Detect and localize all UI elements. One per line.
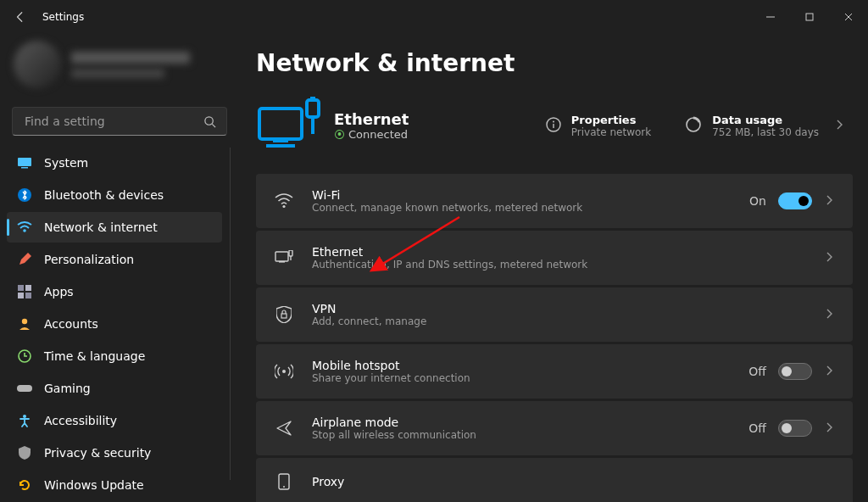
- row-subtitle: Share your internet connection: [312, 372, 470, 384]
- airplane-icon: [275, 419, 293, 438]
- airplane-toggle[interactable]: [778, 420, 812, 437]
- card-title: Properties: [571, 114, 651, 126]
- row-title: Mobile hotspot: [312, 359, 470, 372]
- svg-rect-14: [259, 109, 302, 139]
- sidebar-item-time-language[interactable]: Time & language: [7, 341, 222, 371]
- chevron-right-icon: [824, 251, 834, 265]
- accounts-icon: [17, 316, 32, 332]
- wifi-icon: [275, 192, 293, 210]
- hero-title: Ethernet: [334, 110, 409, 128]
- minimize-button[interactable]: [751, 0, 790, 34]
- svg-rect-6: [18, 285, 24, 291]
- maximize-button[interactable]: [790, 0, 829, 34]
- privacy-icon: [17, 445, 32, 460]
- row-subtitle: Connect, manage known networks, metered …: [312, 202, 582, 214]
- chevron-right-icon: [824, 308, 834, 321]
- sidebar-item-gaming[interactable]: Gaming: [7, 373, 222, 404]
- svg-rect-24: [275, 252, 288, 261]
- hero-status: ⦿Connected: [334, 128, 409, 141]
- sidebar-item-label: System: [44, 156, 88, 170]
- search-input[interactable]: [23, 114, 203, 129]
- window-controls: [751, 0, 868, 34]
- ethernet-hero-icon: [256, 96, 322, 155]
- sidebar-item-label: Gaming: [44, 382, 91, 395]
- proxy-icon: [275, 472, 293, 491]
- chevron-right-icon: [824, 194, 834, 208]
- bluetooth-icon: [17, 187, 32, 203]
- close-button[interactable]: [829, 0, 868, 34]
- toggle-state-label: Off: [748, 421, 766, 435]
- sidebar-item-bluetooth[interactable]: Bluetooth & devices: [7, 180, 222, 210]
- row-subtitle: Stop all wireless communication: [312, 429, 476, 441]
- sidebar-item-label: Accounts: [44, 317, 98, 331]
- sidebar-item-label: Apps: [44, 285, 74, 298]
- sidebar-item-personalization[interactable]: Personalization: [7, 244, 222, 275]
- apps-icon: [17, 284, 32, 299]
- sidebar-item-privacy[interactable]: Privacy & security: [7, 438, 222, 468]
- sidebar-item-label: Time & language: [44, 349, 145, 363]
- time-icon: [17, 349, 32, 364]
- sidebar-item-label: Privacy & security: [44, 446, 151, 460]
- svg-rect-27: [281, 314, 287, 318]
- network-status-hero: Ethernet ⦿Connected Properties Private n…: [256, 86, 853, 174]
- sidebar-item-windows-update[interactable]: Windows Update: [7, 470, 222, 500]
- system-icon: [17, 155, 32, 170]
- sidebar-item-apps[interactable]: Apps: [7, 276, 222, 307]
- user-account-button[interactable]: [7, 34, 232, 95]
- card-title: Data usage: [712, 114, 819, 126]
- back-button[interactable]: [7, 3, 34, 31]
- hotspot-toggle[interactable]: [778, 363, 812, 380]
- sidebar-item-system[interactable]: System: [7, 148, 222, 178]
- settings-row-vpn[interactable]: VPN Add, connect, manage: [256, 287, 853, 342]
- properties-card[interactable]: Properties Private network: [546, 114, 651, 138]
- personalization-icon: [17, 252, 32, 267]
- svg-rect-17: [307, 100, 319, 117]
- window-title: Settings: [42, 11, 84, 23]
- svg-rect-25: [279, 261, 285, 263]
- settings-row-airplane-mode[interactable]: Airplane mode Stop all wireless communic…: [256, 401, 853, 455]
- row-title: Airplane mode: [312, 416, 476, 429]
- info-icon: [546, 117, 561, 135]
- svg-rect-8: [18, 293, 24, 298]
- settings-row-ethernet[interactable]: Ethernet Authentication, IP and DNS sett…: [256, 231, 853, 285]
- sidebar: System Bluetooth & devices Network & int…: [0, 34, 239, 502]
- page-title: Network & internet: [256, 49, 853, 77]
- title-bar: Settings: [0, 0, 868, 34]
- data-usage-card[interactable]: Data usage 752 MB, last 30 days: [685, 114, 844, 138]
- vpn-icon: [275, 305, 293, 324]
- search-box[interactable]: [12, 107, 227, 136]
- toggle-state-label: Off: [748, 365, 766, 378]
- svg-rect-26: [289, 250, 292, 256]
- row-title: Ethernet: [312, 245, 587, 259]
- user-email: [71, 69, 164, 78]
- settings-row-wifi[interactable]: Wi-Fi Connect, manage known networks, me…: [256, 174, 853, 228]
- chevron-right-icon: [824, 421, 834, 435]
- chevron-right-icon: [824, 365, 834, 378]
- sidebar-item-network[interactable]: Network & internet: [7, 212, 222, 243]
- svg-rect-2: [18, 158, 31, 166]
- row-title: VPN: [312, 302, 426, 315]
- sidebar-item-label: Personalization: [44, 253, 134, 266]
- settings-row-proxy[interactable]: Proxy: [256, 458, 853, 502]
- network-icon: [17, 220, 32, 235]
- svg-rect-18: [310, 97, 315, 102]
- sidebar-item-label: Windows Update: [44, 478, 144, 492]
- svg-rect-15: [273, 139, 288, 142]
- search-icon: [203, 115, 216, 128]
- svg-point-30: [283, 486, 285, 488]
- sidebar-item-accessibility[interactable]: Accessibility: [7, 405, 222, 436]
- svg-rect-12: [17, 385, 32, 392]
- wifi-toggle[interactable]: [778, 192, 812, 209]
- chevron-right-icon: [834, 119, 844, 132]
- settings-row-mobile-hotspot[interactable]: Mobile hotspot Share your internet conne…: [256, 344, 853, 399]
- row-title: Proxy: [312, 475, 344, 488]
- svg-point-20: [553, 120, 554, 122]
- toggle-state-label: On: [749, 194, 766, 208]
- svg-point-23: [282, 205, 285, 208]
- svg-point-10: [22, 319, 27, 324]
- sidebar-item-accounts[interactable]: Accounts: [7, 309, 222, 339]
- svg-rect-16: [266, 144, 295, 148]
- svg-rect-3: [21, 167, 28, 169]
- gaming-icon: [17, 381, 32, 396]
- data-usage-icon: [685, 116, 702, 136]
